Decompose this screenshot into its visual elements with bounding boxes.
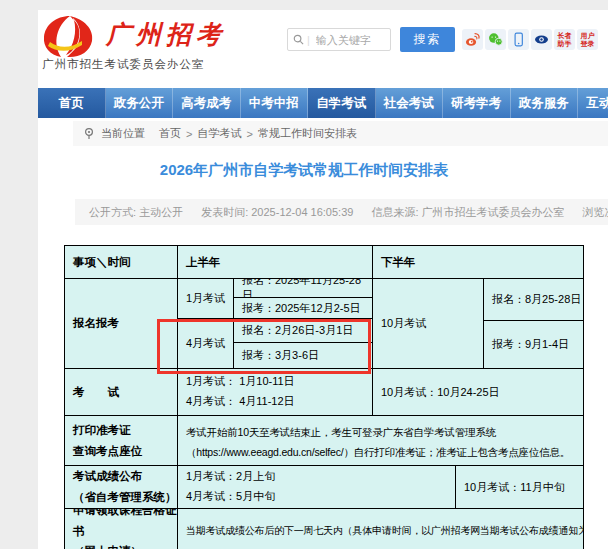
results-label: 考试成绩公布 （省自考管理系统）	[65, 466, 178, 509]
registration-row: 报名报考 1月考试 报名：2025年11月25-28日 报考：2025年12月2…	[65, 279, 584, 369]
breadcrumb-self-study[interactable]: 自学考试	[197, 126, 241, 141]
search-icon	[293, 34, 304, 45]
meta-views: 浏览次数:682	[583, 205, 608, 220]
oct-apply-cell: 报考：9月1-4日	[484, 321, 584, 369]
table-header-row: 事项＼时间 上半年 下半年	[65, 246, 584, 279]
nav-item-gaokao[interactable]: 高考成考	[173, 88, 241, 118]
elder-helper-icon[interactable]: 长者 助手	[554, 29, 575, 50]
breadcrumb-separator: >	[186, 128, 192, 140]
apr-signup-cell: 报名：2月26日-3月1日	[234, 319, 373, 343]
certificate-label: 申请领取课程合格证书 （网上申请）	[65, 509, 178, 549]
exam-first-half-cell: 1月考试： 1月10-11日 4月考试： 4月11-12日	[178, 369, 373, 416]
wechat-icon[interactable]	[485, 29, 506, 50]
nav-item-social-exam[interactable]: 社会考试	[376, 88, 444, 118]
nav-item-gov-service[interactable]: 政务服务	[511, 88, 579, 118]
header-quick-icons: 长者 助手 用户 登录	[462, 29, 598, 50]
user-login-icon[interactable]: 用户 登录	[577, 29, 598, 50]
certificate-content: 当期考试成绩公布后的下一周七天内（具体申请时间，以广州招考网当期考试公布成绩通知…	[178, 509, 584, 549]
breadcrumb-label: 当前位置	[101, 126, 145, 141]
search-button[interactable]: 搜索	[400, 27, 455, 52]
site-title: 广州招考	[106, 18, 226, 51]
accessibility-eye-icon[interactable]	[531, 29, 552, 50]
jan-signup-cell: 报名：2025年11月25-28日	[234, 279, 373, 298]
search-box[interactable]: |	[287, 28, 391, 51]
nav-item-home[interactable]: 首页	[38, 88, 106, 118]
nav-item-self-study-exam[interactable]: 自学考试	[308, 88, 376, 118]
exam-second-half-cell: 10月考试：10月24-25日	[373, 369, 584, 416]
breadcrumb-separator: >	[246, 128, 252, 140]
weibo-icon[interactable]	[462, 29, 483, 50]
article-meta-bar: 公开方式: 主动公开 发表时间: 2025-12-04 16:05:39 信息来…	[75, 199, 608, 225]
results-first-half-cell: 1月考试：2月上旬 4月考试：5月中旬	[178, 466, 456, 509]
site-subtitle: 广州市招生考试委员会办公室	[42, 57, 205, 72]
nav-item-gov-disclosure[interactable]: 政务公开	[106, 88, 174, 118]
print-ticket-row: 打印准考证 查询考点座位 考试开始前10天至考试结束止，考生可登录广东省自学考试…	[65, 416, 584, 466]
jan-apply-cell: 报考：2025年12月2-5日	[234, 298, 373, 319]
registration-label: 报名报考	[65, 279, 178, 369]
oct-exam-cell: 10月考试	[373, 279, 484, 369]
page-canvas: 广州招考 广州市招生考试委员会办公室 | 搜索	[0, 0, 608, 549]
header-second-half: 下半年	[373, 246, 584, 279]
apr-apply-cell: 报考：3月3-6日	[234, 343, 373, 369]
search-divider: |	[307, 34, 310, 46]
results-second-half-cell: 10月考试：11月中旬	[456, 466, 584, 509]
mobile-icon[interactable]	[508, 29, 529, 50]
breadcrumb-home[interactable]: 首页	[159, 126, 181, 141]
print-ticket-content: 考试开始前10天至考试结束止，考生可登录广东省自学考试管理系统（https://…	[178, 416, 584, 466]
kapok-flower-icon	[40, 14, 106, 58]
header-first-half: 上半年	[178, 246, 373, 279]
exam-row: 考 试 1月考试： 1月10-11日 4月考试： 4月11-12日 10月考试：…	[65, 369, 584, 416]
page-title: 2026年广州市自学考试常规工作时间安排表	[0, 161, 608, 180]
nav-item-zhongkao[interactable]: 中考中招	[241, 88, 309, 118]
nav-item-graduate-exam[interactable]: 研考学考	[443, 88, 511, 118]
breadcrumb: 当前位置 首页 > 自学考试 > 常规工作时间安排表	[73, 121, 608, 146]
jan-exam-cell: 1月考试	[178, 279, 234, 319]
nav-item-interaction[interactable]: 互动交流	[578, 88, 608, 118]
search-input[interactable]	[314, 33, 380, 47]
header-item-time: 事项＼时间	[65, 246, 178, 279]
schedule-table: 事项＼时间 上半年 下半年 报名报考 1月考试 报名：2025年11月25-28…	[64, 245, 584, 549]
print-ticket-label: 打印准考证 查询考点座位	[65, 416, 178, 466]
exam-label: 考 试	[65, 369, 178, 416]
meta-method: 公开方式: 主动公开	[89, 205, 183, 220]
results-row: 考试成绩公布 （省自考管理系统） 1月考试：2月上旬 4月考试：5月中旬 10月…	[65, 466, 584, 509]
main-nav: 首页 政务公开 高考成考 中考中招 自学考试 社会考试 研考学考 政务服务 互动…	[38, 88, 608, 118]
certificate-row: 申请领取课程合格证书 （网上申请） 当期考试成绩公布后的下一周七天内（具体申请时…	[65, 509, 584, 549]
apr-exam-cell: 4月考试	[178, 319, 234, 369]
breadcrumb-current: 常规工作时间安排表	[258, 126, 357, 141]
oct-signup-cell: 报名：8月25-28日	[484, 279, 584, 321]
meta-source: 信息来源: 广州市招生考试委员会办公室	[371, 205, 564, 220]
logo[interactable]	[40, 14, 106, 58]
meta-publish-time: 发表时间: 2025-12-04 16:05:39	[201, 205, 353, 220]
location-pin-icon	[83, 127, 95, 140]
